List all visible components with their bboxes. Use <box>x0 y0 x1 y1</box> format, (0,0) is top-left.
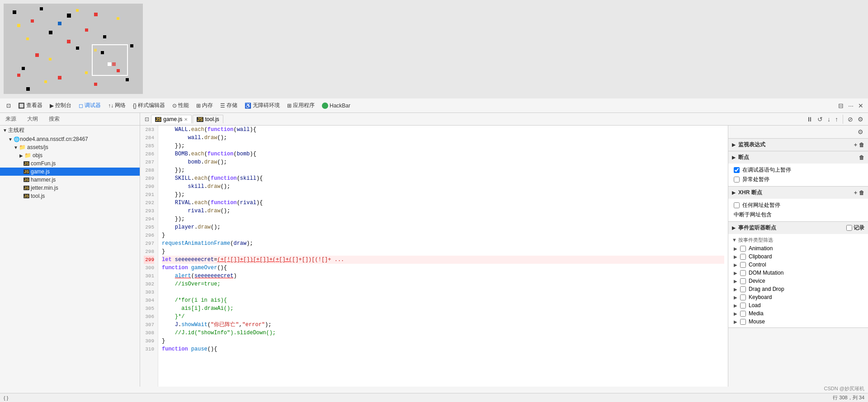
media-check[interactable] <box>740 311 746 317</box>
toolbar-memory[interactable]: ⊞ 内存 <box>193 100 216 111</box>
bp-exception-check[interactable] <box>734 177 740 182</box>
anim-check[interactable] <box>740 246 746 252</box>
media-expand: ▶ <box>734 311 737 316</box>
watch-add-btn[interactable]: + <box>854 142 857 148</box>
step-over-icon[interactable]: ↺ <box>816 115 824 124</box>
bp-debugger-check[interactable] <box>734 167 740 173</box>
bp-exception[interactable]: 异常处暂停 <box>732 175 864 184</box>
file-tab-gamejs[interactable]: JS game.js ✕ <box>151 115 192 123</box>
toolbar-style-editor[interactable]: {} 样式编辑器 <box>130 100 168 111</box>
watch-delete-btn[interactable]: 🗑 <box>859 142 864 148</box>
watch-title: 监视表达式 <box>738 141 765 149</box>
toolbar-hackbar[interactable]: HackBar <box>319 101 353 110</box>
watch-header[interactable]: ▶ 监视表达式 + 🗑 <box>728 139 868 151</box>
dom-expand: ▶ <box>734 271 737 276</box>
inspector-icon: 🔲 <box>18 103 25 109</box>
code-298: } <box>162 248 724 256</box>
load-check[interactable] <box>740 303 746 309</box>
game-canvas <box>4 4 143 94</box>
clip-check[interactable] <box>740 254 746 260</box>
mouse-check[interactable] <box>740 319 746 325</box>
tree-objs[interactable]: ▶ 📁 objs <box>0 151 140 159</box>
settings-gear-icon[interactable]: ⚙ <box>857 127 864 136</box>
toolbar-network[interactable]: ↑↓ 网络 <box>105 100 128 111</box>
gamejs-tree-icon: JS <box>24 169 29 174</box>
right-tabs: ⊡ JS game.js ✕ JS tool.js <box>140 113 806 125</box>
event-header[interactable]: ▶ 事件监听器断点 记录 <box>728 222 868 234</box>
log-checkbox[interactable] <box>846 225 852 231</box>
toolbar-inspect[interactable]: ⊡ <box>4 101 14 110</box>
event-device[interactable]: ▶ Device <box>732 277 864 285</box>
code-306: }*/ <box>162 313 724 321</box>
code-editor[interactable]: 283 284 285 286 287 288 289 290 291 292 … <box>140 126 728 387</box>
event-dom-mutation[interactable]: ▶ DOM Mutation <box>732 269 864 277</box>
file-tab-tooljs[interactable]: JS tool.js <box>193 115 223 123</box>
gamejs-close[interactable]: ✕ <box>184 117 188 122</box>
tab-source[interactable]: 来源 <box>0 113 22 125</box>
toolbar-storage[interactable]: ☰ 存储 <box>217 100 240 111</box>
performance-label: 性能 <box>178 102 189 109</box>
xhr-add-btn[interactable]: + <box>854 190 857 196</box>
code-305: ais[i].drawAi(); <box>162 304 724 313</box>
event-drag-drop[interactable]: ▶ Drag and Drop <box>732 285 864 293</box>
log-label: 记录 <box>846 224 864 232</box>
toolbar-accessibility[interactable]: ♿ 无障碍环境 <box>242 100 283 111</box>
toolbar-performance[interactable]: ⊙ 性能 <box>170 100 192 111</box>
ctrl-check[interactable] <box>740 262 746 268</box>
toolbar-console[interactable]: ▶ 控制台 <box>47 100 74 111</box>
code-301: alert(seeeeeeecret) <box>162 272 724 280</box>
bp-debugger[interactable]: 在调试器语句上暂停 <box>732 165 864 175</box>
settings-icon[interactable]: ⚙ <box>857 115 864 124</box>
toolbar-inspector[interactable]: 🔲 查看器 <box>15 100 45 111</box>
step-in-icon[interactable]: ↓ <box>826 115 831 124</box>
event-control[interactable]: ▶ Control <box>732 261 864 269</box>
device-check[interactable] <box>740 278 746 284</box>
xhr-header[interactable]: ▶ XHR 断点 + 🗑 <box>728 187 868 199</box>
tree-comfun[interactable]: JS comFun.js <box>0 159 140 168</box>
tab-outline[interactable]: 大纲 <box>22 113 43 125</box>
step-out-icon[interactable]: ↑ <box>834 115 839 124</box>
ln-307: 307 <box>144 321 154 329</box>
device-expand: ▶ <box>734 279 737 284</box>
dom-check[interactable] <box>740 270 746 276</box>
toolbar-debugger[interactable]: ◻ 调试器 <box>76 100 104 111</box>
ln-306: 306 <box>144 313 154 321</box>
bp-delete-btn[interactable]: 🗑 <box>859 154 864 161</box>
deactivate-icon[interactable]: ⊘ <box>847 115 854 124</box>
toolbar-applications[interactable]: ⊞ 应用程序 <box>284 100 317 111</box>
source-map-icon[interactable]: ⊡ <box>144 115 150 123</box>
event-clipboard[interactable]: ▶ Clipboard <box>732 252 864 261</box>
tree-main-thread[interactable]: ▼ 主线程 <box>0 126 140 135</box>
event-load[interactable]: ▶ Load <box>732 301 864 309</box>
event-media[interactable]: ▶ Media <box>732 309 864 318</box>
xhr-any-url[interactable]: 任何网址处暂停 <box>732 201 864 210</box>
more-icon[interactable]: ··· <box>847 101 854 110</box>
xhr-any-url-check[interactable] <box>734 202 740 208</box>
tab-search[interactable]: 搜索 <box>43 113 65 125</box>
tree-host[interactable]: ▼ 🌐 node4.anna.nssctf.cn:28467 <box>0 135 140 143</box>
tree-assets[interactable]: ▼ 📁 assets/js <box>0 143 140 151</box>
inspector-label: 查看器 <box>26 102 42 109</box>
media-label: Media <box>749 310 764 317</box>
debugger-icon: ◻ <box>79 103 83 109</box>
key-check[interactable] <box>740 294 746 300</box>
breakpoints-header[interactable]: ▶ 断点 🗑 <box>728 151 868 164</box>
tree-hammer[interactable]: JS hammer.js <box>0 176 140 184</box>
event-keyboard[interactable]: ▶ Keyboard <box>732 293 864 301</box>
event-animation[interactable]: ▶ Animation <box>732 244 864 252</box>
tree-tooljs[interactable]: JS tool.js <box>0 192 140 200</box>
dock-icon[interactable]: ⊟ <box>837 101 844 110</box>
drag-check[interactable] <box>740 286 746 292</box>
tree-gamejs[interactable]: JS game.js <box>0 168 140 176</box>
ln-288: 288 <box>144 166 154 174</box>
code-lines[interactable]: WALL.each(function(wall){ wall.draw(); }… <box>158 126 728 387</box>
tooljs-name: tool.js <box>205 116 219 122</box>
event-mouse[interactable]: ▶ Mouse <box>732 318 864 326</box>
tree-jetter[interactable]: JS jetter.min.js <box>0 184 140 192</box>
close-icon[interactable]: ✕ <box>857 101 864 110</box>
breakpoints-content: 在调试器语句上暂停 异常处暂停 <box>728 164 868 186</box>
network-label: 网络 <box>115 102 126 109</box>
clip-expand: ▶ <box>734 254 737 259</box>
xhr-delete-btn[interactable]: 🗑 <box>859 190 864 196</box>
pause-icon[interactable]: ⏸ <box>806 115 814 124</box>
